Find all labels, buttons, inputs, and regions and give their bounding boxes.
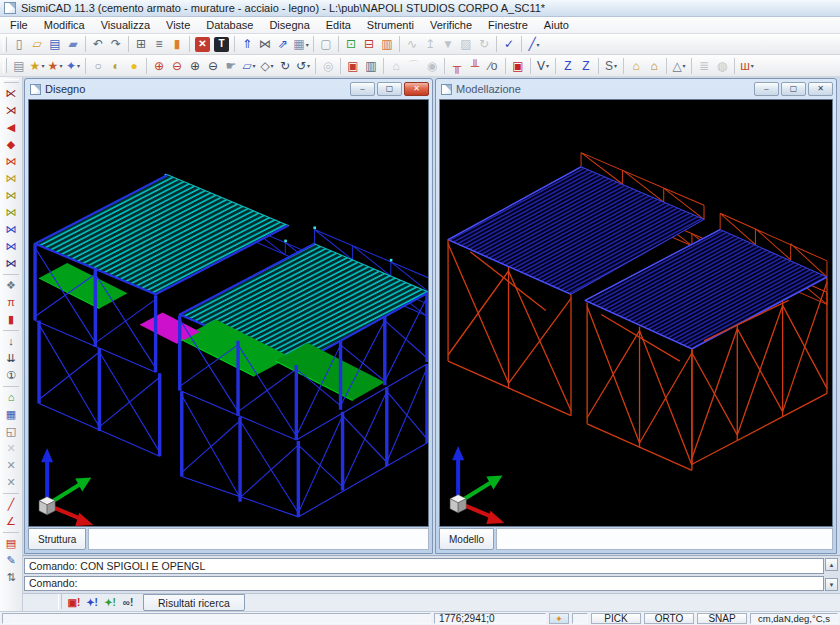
menu-aiuto[interactable]: Aiuto (536, 18, 577, 32)
menu-file[interactable]: File (2, 18, 36, 32)
dropdown-caret-icon[interactable]: ▾ (271, 62, 274, 69)
scroll-down-button[interactable]: ▼ (825, 578, 838, 591)
zoom-window-button[interactable]: ⊕ (150, 57, 168, 75)
report-bars-button[interactable]: ▥ (362, 57, 380, 75)
x-12-button[interactable]: ✕ (2, 474, 21, 491)
layers-button[interactable]: ▤ (10, 57, 28, 75)
diagram-orange-button[interactable]: ▥ (378, 35, 396, 53)
zoom-out-button[interactable]: ⊖ (204, 57, 222, 75)
storey-button[interactable]: ① (2, 367, 21, 384)
view-front-button[interactable]: ⋈ (2, 153, 21, 170)
preferences-button[interactable]: ≡ (150, 35, 168, 53)
view-plane-button[interactable]: ▱▾ (240, 57, 258, 75)
phase-blue-button[interactable]: ✦▾ (64, 57, 82, 75)
alert-blue-button[interactable]: ✦! (83, 595, 101, 611)
view-zneg-button[interactable]: ⋈ (2, 221, 21, 238)
column-section-button[interactable]: ╨ (466, 57, 484, 75)
view-left-button[interactable]: ◀ (2, 119, 21, 136)
panel-blue-button[interactable]: ▦ (2, 406, 21, 423)
open-model-button[interactable]: ▰ (64, 35, 82, 53)
menu-visualizza[interactable]: Visualizza (93, 18, 158, 32)
snap-toggle[interactable]: SNAP (697, 613, 747, 624)
scroll-up-button[interactable]: ▲ (825, 558, 838, 571)
save-button[interactable]: ▤ (46, 35, 64, 53)
alert-red-button[interactable]: ▣! (65, 595, 83, 611)
undo-button[interactable]: ↶ (89, 35, 107, 53)
dropdown-caret-icon[interactable]: ▾ (614, 62, 617, 69)
view-ypos-button[interactable]: ⋈ (2, 204, 21, 221)
dropdown-caret-icon[interactable]: ▾ (59, 62, 62, 69)
view-back-button[interactable]: ⋈ (2, 170, 21, 187)
measure-angle-button[interactable]: △▾ (670, 57, 688, 75)
lamp-half-button[interactable]: ◐ (107, 57, 125, 75)
search-results-button[interactable]: ∞! (119, 595, 137, 611)
blank-layer-button[interactable]: ▢ (317, 35, 335, 53)
maximize-button[interactable]: ▢ (377, 82, 402, 96)
pencil-button[interactable]: ✎ (2, 552, 21, 569)
house-green-button[interactable]: ⌂ (2, 389, 21, 406)
menu-verifiche[interactable]: Verifiche (422, 18, 480, 32)
dropdown-caret-icon[interactable]: ▾ (253, 62, 256, 69)
open-folder-button[interactable]: ▱ (28, 35, 46, 53)
toolbar-grip[interactable] (4, 79, 19, 83)
maximize-button[interactable]: ▢ (781, 82, 806, 96)
named-views-button[interactable]: ↺▾ (294, 57, 312, 75)
zoom-in-button[interactable]: ⊕ (186, 57, 204, 75)
modellazione-viewport[interactable] (439, 99, 833, 527)
pick-toggle[interactable]: PICK (591, 613, 641, 624)
polyline-red-button[interactable]: ∠ (2, 513, 21, 530)
solid-layers-button[interactable]: ❖ (2, 277, 21, 294)
new-phase-button[interactable]: ★▾ (28, 57, 46, 75)
disegno-titlebar[interactable]: Disegno ‒ ▢ ✕ (25, 79, 432, 99)
layer-star-icon[interactable]: ✦ (549, 613, 569, 624)
menu-strumenti[interactable]: Strumenti (359, 18, 422, 32)
minimize-button[interactable]: ‒ (350, 82, 375, 96)
cylinder-button[interactable]: ▮ (2, 311, 21, 328)
dropdown-caret-icon[interactable]: ▾ (683, 62, 686, 69)
dropdown-caret-icon[interactable]: ▾ (307, 62, 310, 69)
minimize-button[interactable]: ‒ (754, 82, 779, 96)
arrows-updown-button[interactable]: ⇅ (2, 569, 21, 586)
toolbar-grip[interactable] (3, 37, 7, 52)
command-input-line[interactable]: Comando: (24, 576, 824, 592)
plan-frame-red-button[interactable]: ⊟ (360, 35, 378, 53)
verify-check-button[interactable]: ✓ (500, 35, 518, 53)
zoom-previous-button[interactable]: ⊖ (168, 57, 186, 75)
codes-archive-button[interactable]: ⊞ (132, 35, 150, 53)
command-history-line[interactable]: Comando: CON SPIGOLI E OPENGL (24, 558, 824, 574)
v-load-button[interactable]: V▾ (534, 57, 552, 75)
view-xneg-button[interactable]: ⋉ (2, 85, 21, 102)
materials-button[interactable]: ▮ (168, 35, 186, 53)
dropdown-caret-icon[interactable]: ▾ (41, 62, 44, 69)
tab-struttura[interactable]: Struttura (28, 528, 86, 550)
menu-viste[interactable]: Viste (158, 18, 198, 32)
dropdown-caret-icon[interactable]: ▾ (306, 41, 309, 48)
loads-button[interactable]: ⇊ (2, 350, 21, 367)
toolbar-grip[interactable] (3, 58, 7, 73)
redo-button[interactable]: ↷ (107, 35, 125, 53)
view-diamond-button[interactable]: ◆ (2, 136, 21, 153)
structure-view-button[interactable]: ⇑ (238, 35, 256, 53)
wall-panel-button[interactable]: ▣ (509, 57, 527, 75)
plan-frame-green-button[interactable]: ⊡ (342, 35, 360, 53)
x-a-button[interactable]: ✕ (2, 457, 21, 474)
render-screen-button[interactable]: ▣ (344, 57, 362, 75)
dropdown-caret-icon[interactable]: ▾ (751, 62, 754, 69)
orto-toggle[interactable]: ORTO (644, 613, 694, 624)
new-document-button[interactable]: ▯ (10, 35, 28, 53)
s-profile-button[interactable]: S▾ (602, 57, 620, 75)
slash-o-button[interactable]: ∕o (484, 57, 502, 75)
view-yneg-button[interactable]: ⋈ (2, 187, 21, 204)
view-xpos-button[interactable]: ⋊ (2, 102, 21, 119)
solid-view-button[interactable]: ▦▾ (292, 35, 310, 53)
steel-z1-button[interactable]: Z (559, 57, 577, 75)
tab-risultati-ricerca[interactable]: Risultati ricerca (143, 594, 245, 611)
table-button[interactable]: π (2, 294, 21, 311)
line-red-button[interactable]: ╱ (2, 496, 21, 513)
dropdown-caret-icon[interactable]: ▾ (537, 41, 540, 48)
load-down-button[interactable]: ↓ (2, 333, 21, 350)
text-style-button[interactable]: T (214, 37, 229, 52)
lamp-off-button[interactable]: ○ (89, 57, 107, 75)
toolbar-grip[interactable] (58, 594, 62, 609)
draw-line-button[interactable]: ╱▾ (525, 35, 543, 53)
